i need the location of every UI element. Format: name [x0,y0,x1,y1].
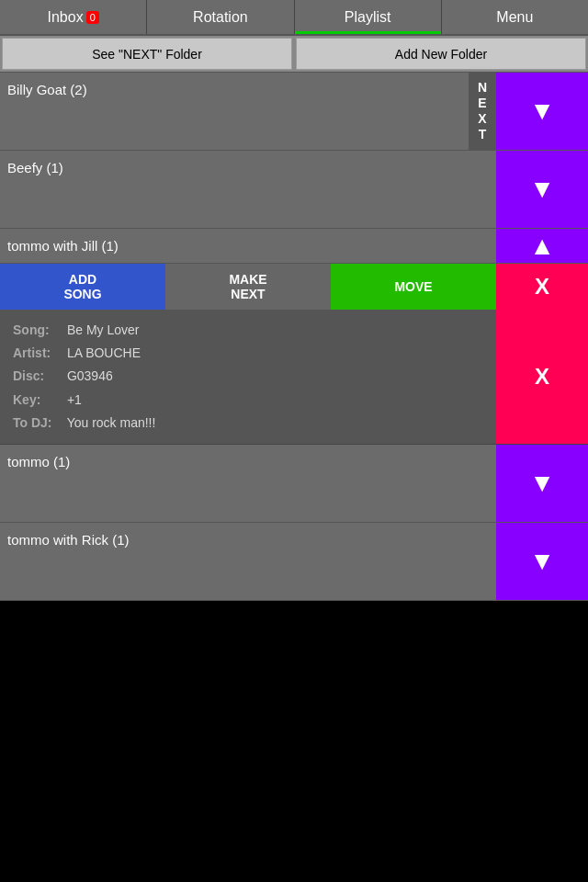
folder-tommo-rick-name: tommo with Rick (1) [7,532,130,548]
song-detail-row: Song: Be My Lover Artist: LA BOUCHE Disc… [0,310,588,445]
inbox-badge: 0 [86,11,99,24]
artist-value: LA BOUCHE [67,345,141,360]
make-next-button[interactable]: MAKENEXT [165,264,331,310]
folder-tommo-jill-arrow-button[interactable]: ▲ [496,229,588,263]
nav-tabs: Inbox 0 Rotation Playlist Menu [0,0,588,36]
dj-value: You rock man!!! [67,415,156,430]
action-buttons-row: ADDSONG MAKENEXT MOVE X [0,264,588,310]
folder-billy-goat-arrow-button[interactable]: ▼ [496,73,588,150]
see-next-folder-label: See "NEXT" Folder [92,47,202,62]
dj-label: To DJ: [13,412,63,435]
folder-item-tommo: tommo (1) ▼ [0,445,588,523]
song-detail-artist: Artist: LA BOUCHE [13,342,483,365]
tab-rotation[interactable]: Rotation [147,0,294,34]
song-label: Song: [13,319,63,342]
action-close-button[interactable]: X [496,264,588,310]
song-detail-disc: Disc: G03946 [13,365,483,388]
disc-value: G03946 [67,368,113,383]
tab-inbox-label: Inbox [47,9,83,26]
add-song-button[interactable]: ADDSONG [0,264,165,310]
see-next-folder-button[interactable]: See "NEXT" Folder [2,38,292,70]
tab-playlist-label: Playlist [345,9,391,26]
tab-menu[interactable]: Menu [442,0,588,34]
song-detail-dj: To DJ: You rock man!!! [13,412,483,435]
tab-inbox[interactable]: Inbox 0 [0,0,147,34]
chevron-down-icon: ▼ [529,469,555,498]
chevron-down-icon: ▼ [529,96,555,126]
move-label: MOVE [394,279,432,294]
song-value: Be My Lover [67,322,140,337]
x-icon: X [535,364,549,390]
folder-item-billy-goat: Billy Goat (2) NEXT ▼ [0,73,588,151]
artist-label: Artist: [13,342,63,365]
folder-item-tommo-rick: tommo with Rick (1) ▼ [0,523,588,601]
tab-playlist[interactable]: Playlist [295,0,442,34]
folder-tommo-name: tommo (1) [7,454,70,469]
disc-label: Disc: [13,365,63,388]
close-icon: X [535,274,549,300]
folder-tommo-label: tommo (1) [0,445,496,522]
folder-item-beefy: Beefy (1) ▼ [0,151,588,229]
folder-tommo-arrow-button[interactable]: ▼ [496,445,588,522]
folder-billy-goat-name: Billy Goat (2) [7,82,87,97]
chevron-down-icon: ▼ [529,547,555,576]
folder-billy-goat-label: Billy Goat (2) [0,73,469,150]
folder-tommo-rick-label: tommo with Rick (1) [0,523,496,600]
folder-row: See "NEXT" Folder Add New Folder [0,36,588,73]
song-detail-song: Song: Be My Lover [13,319,483,342]
next-badge: NEXT [469,73,496,150]
song-detail-close-button[interactable]: X [496,310,588,444]
folder-beefy-label: Beefy (1) [0,151,496,228]
song-detail-key: Key: +1 [13,389,483,412]
make-next-label: MAKENEXT [229,272,266,301]
add-song-label: ADDSONG [63,272,101,301]
folder-tommo-jill-label: tommo with Jill (1) [0,229,496,263]
tab-rotation-label: Rotation [193,9,248,26]
add-new-folder-label: Add New Folder [395,47,487,62]
folder-beefy-arrow-button[interactable]: ▼ [496,151,588,228]
chevron-up-icon: ▲ [529,232,555,261]
tab-menu-label: Menu [496,9,533,26]
add-new-folder-button[interactable]: Add New Folder [296,38,586,70]
key-value: +1 [67,392,82,407]
key-label: Key: [13,389,63,412]
song-detail-info: Song: Be My Lover Artist: LA BOUCHE Disc… [0,310,496,444]
folder-tommo-jill-name: tommo with Jill (1) [7,238,119,254]
chevron-down-icon: ▼ [529,175,555,204]
next-badge-text: NEXT [478,80,487,141]
folder-tommo-rick-arrow-button[interactable]: ▼ [496,523,588,600]
folder-beefy-name: Beefy (1) [7,160,63,175]
folder-item-tommo-jill: tommo with Jill (1) ▲ [0,229,588,264]
folder-list: Billy Goat (2) NEXT ▼ Beefy (1) ▼ tommo … [0,73,588,601]
move-button[interactable]: MOVE [331,264,496,310]
